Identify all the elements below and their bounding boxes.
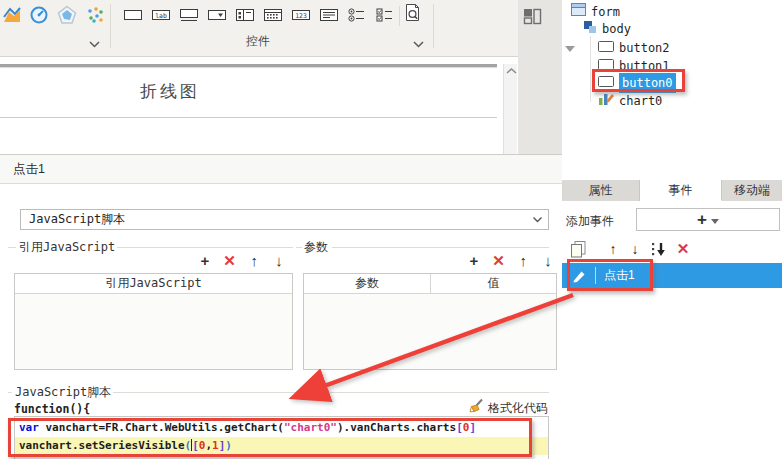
value-column-header: 值: [431, 274, 556, 293]
ribbon-toolbar: lab 123 控件: [0, 0, 518, 57]
tree-item-label: form: [591, 3, 620, 21]
textfield-widget-icon[interactable]: [122, 6, 144, 24]
tree-item-label: button2: [619, 39, 670, 57]
checkboxgroup-widget-icon[interactable]: [374, 6, 396, 24]
event-item-click1[interactable]: 点击1: [562, 263, 782, 288]
delete-icon[interactable]: ✕: [490, 252, 508, 270]
radiogroup-widget-icon[interactable]: [346, 6, 368, 24]
row-divider: [595, 267, 596, 284]
tree-item-form[interactable]: form: [562, 3, 782, 21]
event-edit-dialog: 点击1 JavaScript脚本 引用JavaScript 参数 + ✕ ↑ ↓…: [0, 154, 566, 459]
body-icon: [583, 20, 597, 39]
chart-widget-border: [0, 64, 497, 67]
combobox-widget-icon[interactable]: [206, 6, 228, 24]
event-type-select[interactable]: JavaScript脚本: [20, 209, 549, 230]
toolbar-separator: [110, 4, 111, 48]
code-editor[interactable]: var vanchart=FR.Chart.WebUtils.getChart(…: [14, 416, 549, 459]
chevron-down-icon[interactable]: [412, 38, 425, 47]
chevron-down-icon[interactable]: [88, 38, 101, 47]
textarea-widget-icon[interactable]: [318, 6, 340, 24]
format-code-button[interactable]: 格式化代码: [488, 400, 548, 417]
radar-chart-icon[interactable]: [56, 4, 78, 26]
move-down-icon[interactable]: ↓: [626, 240, 644, 258]
add-event-button[interactable]: +: [636, 208, 780, 231]
dialog-title: 点击1: [0, 155, 566, 184]
params-toolbar: + ✕ ↑ ↓: [465, 251, 557, 271]
add-icon[interactable]: +: [465, 252, 483, 270]
button-icon: [598, 39, 614, 57]
code-line-2-current[interactable]: vanchart.setSeriesVisible([0,1]): [15, 437, 548, 455]
script-legend: JavaScript脚本: [13, 384, 113, 401]
tree-item-label: chart0: [619, 92, 662, 110]
tree-item-chart0[interactable]: chart0: [562, 92, 782, 110]
svg-text:123: 123: [295, 12, 307, 20]
gauge-chart-icon[interactable]: [28, 4, 50, 26]
chevron-down-icon[interactable]: [528, 212, 546, 227]
tab-mobile[interactable]: 移动端: [722, 180, 782, 201]
button-widget-icon[interactable]: [178, 6, 200, 24]
finereport-designer-window: lab 123 控件: [0, 0, 782, 459]
center-splitter-strip: [518, 0, 562, 154]
delete-event-icon[interactable]: ✕: [674, 240, 692, 258]
format-code-icon[interactable]: [468, 398, 485, 417]
widget-tree-panel: form body button2 button1 button0 chart0: [562, 0, 782, 180]
move-down-icon[interactable]: ↓: [539, 252, 557, 270]
panel-tabs: 属性 事件 移动端: [562, 180, 782, 201]
move-up-icon[interactable]: ↑: [245, 252, 263, 270]
params-legend: 参数: [302, 239, 330, 256]
ref-js-legend: 引用JavaScript: [17, 239, 117, 256]
preview-icon[interactable]: [402, 3, 424, 25]
delete-icon[interactable]: ✕: [221, 252, 239, 270]
move-down-icon[interactable]: ↓: [270, 252, 288, 270]
svg-text:lab: lab: [155, 12, 167, 20]
add-icon[interactable]: +: [196, 252, 214, 270]
edit-pencil-icon[interactable]: [572, 268, 587, 283]
params-table[interactable]: 参数 值: [303, 273, 557, 370]
button-icon: [598, 74, 614, 92]
sort-events-icon[interactable]: [648, 240, 670, 258]
scroll-up-icon: [505, 67, 518, 76]
function-signature: function(){: [14, 402, 90, 416]
chart-widget-border: [0, 117, 497, 118]
chart-title: 折线图: [50, 80, 290, 103]
dropdown-arrow-icon: [711, 219, 719, 224]
canvas-scrollbar[interactable]: [503, 64, 517, 154]
tree-item-label: button0: [619, 73, 676, 93]
toolbar-separator: [433, 4, 434, 48]
ref-js-table[interactable]: 引用JavaScript: [14, 273, 293, 370]
tree-item-button2[interactable]: button2: [562, 39, 782, 57]
ref-js-column-header: 引用JavaScript: [15, 274, 292, 293]
plus-icon: +: [697, 210, 707, 230]
number-widget-icon[interactable]: 123: [290, 6, 312, 24]
tree-item-body[interactable]: body: [562, 20, 782, 38]
panel-widget-icon[interactable]: [234, 6, 256, 24]
area-chart-icon[interactable]: [1, 4, 23, 26]
form-icon: [571, 3, 586, 21]
move-up-icon[interactable]: ↑: [514, 252, 532, 270]
copy-event-icon[interactable]: [568, 240, 588, 258]
layout-blocks-icon[interactable]: [523, 8, 542, 28]
move-up-icon[interactable]: ↑: [604, 240, 622, 258]
scatter-chart-icon[interactable]: [84, 4, 106, 26]
add-event-label: 添加事件: [566, 213, 614, 230]
ref-js-toolbar: + ✕ ↑ ↓: [196, 251, 288, 271]
event-type-value: JavaScript脚本: [29, 210, 125, 229]
properties-events-panel: 属性 事件 移动端 添加事件 + ↑ ↓ ✕ 点击1: [562, 154, 782, 459]
chart-widget-icon: [598, 91, 614, 111]
widget-group-label: 控件: [208, 33, 308, 50]
event-item-label: 点击1: [604, 267, 635, 284]
param-column-header: 参数: [304, 274, 431, 293]
toolbar-separator: [399, 6, 400, 26]
button-icon: [598, 57, 614, 75]
label-widget-icon[interactable]: lab: [150, 6, 172, 24]
tree-item-button0-selected[interactable]: button0: [562, 74, 782, 92]
form-canvas[interactable]: 折线图: [0, 57, 518, 154]
datepicker-widget-icon[interactable]: [262, 6, 284, 24]
tree-item-label: body: [602, 20, 631, 38]
code-line-1[interactable]: var vanchart=FR.Chart.WebUtils.getChart(…: [15, 419, 548, 437]
tab-properties[interactable]: 属性: [562, 180, 640, 201]
tab-events[interactable]: 事件: [640, 180, 722, 201]
